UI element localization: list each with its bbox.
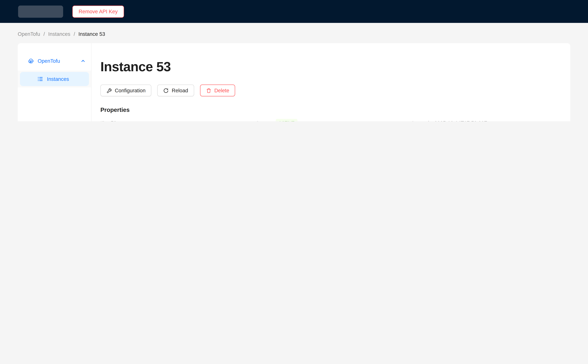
wrench-icon	[106, 88, 112, 93]
configuration-button[interactable]: Configuration	[100, 84, 151, 96]
property-label: Created	[411, 119, 434, 121]
property-label: Status	[256, 119, 276, 121]
toolbar: Configuration Reload	[100, 84, 562, 96]
breadcrumb-instances[interactable]: Instances	[48, 31, 70, 37]
breadcrumb: OpenTofu / Instances / Instance 53	[18, 31, 105, 37]
sidebar-submenu: Instances	[18, 71, 91, 87]
property-value: 53	[111, 119, 116, 121]
property-value: 2025-12-14T17:53:22Z	[434, 119, 487, 121]
sidebar: OpenTofu	[18, 43, 91, 121]
chevron-up-icon	[81, 59, 85, 63]
sidebar-group-label: OpenTofu	[38, 58, 60, 64]
reload-button[interactable]: Reload	[157, 84, 194, 96]
properties-heading: Properties	[100, 106, 562, 114]
sidebar-group-opentofu[interactable]: OpenTofu	[19, 53, 90, 68]
sidebar-item-instances[interactable]: Instances	[20, 72, 89, 86]
breadcrumb-separator: /	[43, 31, 45, 37]
property-id: ID 53	[100, 119, 256, 121]
breadcrumb-opentofu[interactable]: OpenTofu	[18, 31, 40, 37]
trash-icon	[206, 88, 211, 93]
reload-icon	[163, 88, 169, 93]
properties-grid: ID 53 Status ACTIVE Created 2025-12-14T1…	[100, 119, 562, 121]
app-root: Remove API Key OpenTofu / Instances / In…	[0, 0, 588, 121]
main-panel: OpenTofu	[18, 43, 570, 121]
property-label: ID	[100, 119, 111, 121]
property-status: Status ACTIVE	[256, 119, 411, 121]
page-title: Instance 53	[100, 59, 562, 75]
reload-label: Reload	[172, 87, 188, 93]
cloud-server-icon	[28, 58, 34, 64]
delete-label: Delete	[214, 87, 229, 93]
breadcrumb-current: Instance 53	[78, 31, 105, 37]
remove-api-key-button[interactable]: Remove API Key	[72, 5, 124, 18]
content-area: Instance 53 Configuration	[91, 43, 570, 121]
unordered-list-icon	[37, 76, 43, 82]
configuration-label: Configuration	[115, 87, 146, 93]
property-created: Created 2025-12-14T17:53:22Z	[411, 119, 562, 121]
breadcrumb-separator: /	[74, 31, 75, 37]
top-header: Remove API Key	[0, 0, 588, 23]
delete-button[interactable]: Delete	[200, 84, 235, 96]
status-badge: ACTIVE	[276, 119, 297, 121]
sidebar-item-label: Instances	[47, 76, 69, 82]
logo-placeholder	[18, 5, 63, 18]
